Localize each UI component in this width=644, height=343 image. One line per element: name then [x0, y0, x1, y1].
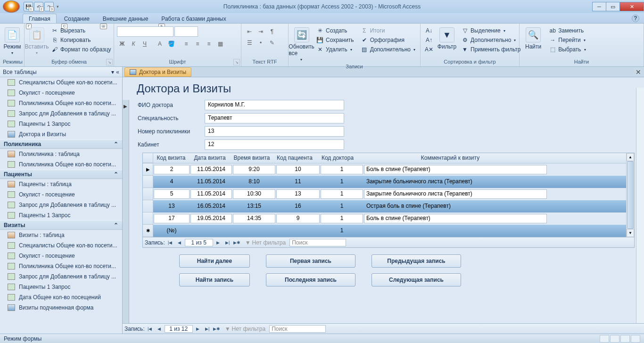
- align-left-button[interactable]: ≡: [181, 39, 191, 49]
- document-close-icon[interactable]: ✕: [636, 68, 641, 76]
- nav-next-icon[interactable]: ▶: [194, 325, 202, 333]
- table-row[interactable]: 1719.05.201414:3591Боль в спине (Терапев…: [143, 212, 634, 225]
- goto-button[interactable]: →Перейти▾: [547, 36, 587, 44]
- nav-new-icon[interactable]: ▶✱: [213, 325, 221, 333]
- nav-item[interactable]: Поликлиника Общее кол-во посети...: [0, 98, 122, 108]
- view-button[interactable]: 📄Режим▾: [3, 26, 22, 56]
- find-next-button[interactable]: Найти далее: [179, 254, 250, 268]
- qat-save-icon[interactable]: 💾1: [24, 2, 33, 11]
- qat-undo-icon[interactable]: ↶2: [34, 2, 43, 11]
- next-record-button[interactable]: Следующая запись: [372, 273, 461, 286]
- office-button[interactable]: [3, 0, 20, 13]
- table-row[interactable]: 1316.05.201413:15161Острая боль в спине …: [143, 200, 634, 212]
- cell-comment[interactable]: Боль в спине (Терапевт): [364, 165, 547, 174]
- cell-date[interactable]: 19.05.2014: [190, 214, 232, 223]
- replace-button[interactable]: abЗаменить: [547, 26, 587, 35]
- fill-color-button[interactable]: 🪣: [166, 39, 176, 49]
- field-value-cab[interactable]: 12: [205, 139, 344, 150]
- cell-time[interactable]: 14:35: [233, 214, 275, 223]
- nav-prev-icon[interactable]: ◀: [155, 325, 164, 333]
- cell-time[interactable]: 13:15: [233, 202, 275, 211]
- cell-code[interactable]: 13: [154, 202, 190, 211]
- nav-category[interactable]: Визиты⌃: [0, 220, 122, 230]
- find-record-button[interactable]: Найти запись: [179, 273, 250, 286]
- nav-item[interactable]: Окулист - посещение: [0, 189, 122, 200]
- field-value-spec[interactable]: Терапевт: [205, 113, 344, 123]
- find-button[interactable]: 🔍Найти: [522, 26, 544, 51]
- cell-doctor[interactable]: 1: [321, 165, 363, 174]
- form-scrollbar[interactable]: [636, 88, 644, 323]
- help-icon[interactable]: ?: [632, 15, 639, 22]
- nav-category[interactable]: Поликлиника⌃: [0, 139, 122, 149]
- datasheet-view-button[interactable]: [610, 335, 619, 343]
- font-name-combo[interactable]: [117, 26, 173, 37]
- nav-item[interactable]: Поликлиника Общее кол-во посети...: [0, 159, 122, 170]
- nav-item[interactable]: Пациенты : таблица: [0, 179, 122, 189]
- nav-position[interactable]: 1 из 12: [165, 325, 193, 333]
- format-painter-button[interactable]: 🖌Формат по образцу: [49, 45, 113, 54]
- delete-record-button[interactable]: ✕Удалить▾: [314, 45, 356, 54]
- nav-prev-icon[interactable]: ◀: [175, 239, 184, 246]
- cell-time[interactable]: 10:30: [233, 189, 275, 199]
- cell-patient[interactable]: 16: [276, 202, 320, 211]
- new-record-row[interactable]: ✱ (№) 1: [143, 225, 634, 237]
- nav-header[interactable]: Все таблицы ▾«: [0, 67, 122, 77]
- nav-last-icon[interactable]: ▶|: [223, 239, 232, 246]
- col-header-doctor[interactable]: Код доктора: [316, 153, 359, 163]
- nav-item[interactable]: Поликлиника : таблица: [0, 149, 122, 159]
- cell-doctor[interactable]: 1: [321, 177, 363, 187]
- design-view-button[interactable]: [631, 335, 640, 343]
- cell-date[interactable]: 11.05.2014: [190, 165, 232, 174]
- scroll-up-icon[interactable]: ▲: [627, 153, 634, 161]
- col-header-comment[interactable]: Комментарий к визиту: [359, 153, 542, 163]
- row-selector[interactable]: [143, 212, 153, 225]
- highlight-button[interactable]: ✎: [267, 38, 277, 48]
- cell-code[interactable]: 4: [154, 177, 190, 187]
- nav-item[interactable]: Специалисты Общее кол-во посети...: [0, 77, 122, 88]
- gridlines-button[interactable]: ▦: [215, 39, 225, 49]
- table-row[interactable]: ▶211.05.20149:20101Боль в спине (Терапев…: [143, 163, 634, 176]
- qat-redo-icon[interactable]: ↷3: [44, 2, 54, 11]
- nav-category[interactable]: Пациенты⌃: [0, 170, 122, 179]
- nav-item[interactable]: Дата Общее кол-во посещений: [0, 292, 122, 302]
- scroll-down-icon[interactable]: ▼: [627, 229, 634, 237]
- nav-search-box[interactable]: Поиск: [289, 239, 346, 246]
- nav-dropdown-icon[interactable]: ▾: [111, 69, 114, 75]
- nav-position[interactable]: 1 из 5: [185, 239, 213, 246]
- row-selector[interactable]: [143, 200, 153, 212]
- col-header-patient[interactable]: Код пациента: [273, 153, 316, 163]
- selection-filter-button[interactable]: ▽Выделение▾: [459, 26, 522, 35]
- cell-time[interactable]: 9:20: [233, 165, 275, 174]
- nav-item[interactable]: Визиты : таблица: [0, 230, 122, 240]
- form-view-button[interactable]: [600, 335, 609, 343]
- row-selector[interactable]: [143, 176, 153, 188]
- underline-button[interactable]: Ч: [140, 39, 150, 49]
- field-value-fio[interactable]: Корнилов М.Г.: [205, 100, 344, 110]
- maximize-button[interactable]: ▭: [606, 2, 620, 11]
- qat-customize-icon[interactable]: ▾: [57, 4, 59, 9]
- cell-code[interactable]: 2: [154, 165, 190, 174]
- copy-button[interactable]: ⎘Копировать: [49, 36, 113, 44]
- nav-item[interactable]: Запрос для Добавления в таблицу ...: [0, 108, 122, 119]
- nav-search-box[interactable]: Поиск: [269, 325, 326, 333]
- cell-code[interactable]: 5: [154, 189, 190, 199]
- align-right-button[interactable]: ≡: [204, 39, 214, 49]
- document-tab[interactable]: Доктора и Визиты: [124, 67, 191, 77]
- cell-doctor[interactable]: 1: [321, 189, 363, 199]
- nav-item[interactable]: Поликлиника Общее кол-во посети...: [0, 261, 122, 271]
- tab-database-tools[interactable]: Работа с базами данныхБ: [156, 14, 231, 23]
- nav-item[interactable]: Пациенты 1 Запрос: [0, 282, 122, 292]
- cell-date[interactable]: 16.05.2014: [190, 202, 232, 211]
- cut-button[interactable]: ✂Вырезать: [49, 26, 113, 35]
- record-selector[interactable]: ▶: [123, 100, 129, 323]
- col-header-code[interactable]: Код визита: [153, 153, 189, 163]
- nav-first-icon[interactable]: |◀: [166, 239, 174, 246]
- nav-item[interactable]: Доктора и Визиты: [0, 129, 122, 139]
- prev-record-button[interactable]: Предыдущая запись: [372, 254, 461, 268]
- font-size-combo[interactable]: [174, 26, 198, 37]
- cell-comment[interactable]: Закрытие больничного листа (Терапевт): [364, 177, 547, 187]
- nav-last-icon[interactable]: ▶|: [203, 325, 212, 333]
- scroll-thumb[interactable]: [627, 161, 634, 229]
- minimize-button[interactable]: ─: [592, 2, 606, 11]
- toggle-filter-button[interactable]: ▼Применить фильтр: [459, 45, 522, 54]
